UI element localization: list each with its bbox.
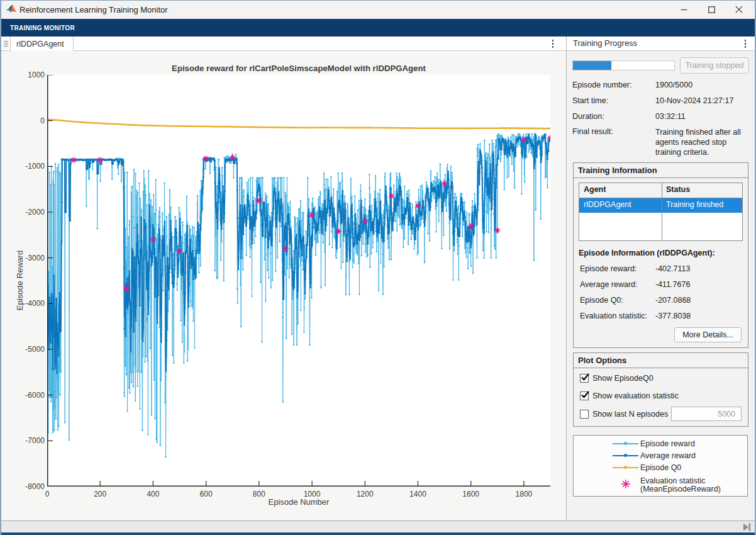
y-tick-label: -2000	[7, 208, 45, 217]
stat-label: Episode Q0:	[580, 296, 623, 305]
y-tick-label: -5000	[7, 345, 45, 354]
training-information-section: Training Information Agent Status rlDDPG…	[573, 162, 748, 348]
y-tick-label: -7000	[7, 436, 45, 445]
cell-agent: rlDDPGAgent	[584, 200, 631, 209]
section-separator	[574, 368, 748, 368]
stat-value: -402.7113	[655, 264, 690, 273]
y-tick-label: -4000	[7, 299, 45, 308]
figure-actions-menu-button[interactable]	[547, 37, 559, 51]
stat-label: Average reward:	[580, 280, 638, 289]
info-value: 03:32:11	[655, 112, 686, 121]
section-title: Training Information	[578, 166, 657, 175]
section-title: Plot Options	[578, 356, 626, 365]
checkbox-unchecked[interactable]	[580, 410, 589, 419]
x-tick-label: 1000	[293, 490, 331, 498]
stat-label: Episode reward:	[580, 264, 636, 273]
episode-q0-line	[47, 120, 550, 129]
checkbox-label: Show last N episodes	[592, 410, 668, 419]
axes-spines	[48, 75, 550, 486]
x-tick-label: 0	[28, 490, 66, 498]
checkbox-checked[interactable]	[580, 391, 589, 400]
y-tick-label: 0	[7, 116, 45, 125]
asterisk-icon	[621, 479, 631, 489]
x-tick-label: 1400	[399, 490, 436, 498]
check-icon	[580, 371, 591, 382]
reward-chart[interactable]	[47, 75, 550, 487]
matlab-logo-icon	[6, 4, 17, 14]
status-bar	[1, 521, 755, 532]
checkbox-checked[interactable]	[580, 374, 589, 383]
checkbox-label: Show evaluation statistic	[592, 391, 679, 400]
window-titlebar[interactable]: Reinforcement Learning Training Monitor	[0, 0, 756, 19]
table-row[interactable]: rlDDPGAgentTraining finished	[579, 198, 742, 213]
column-header-status: Status	[666, 185, 690, 194]
x-tick-label: 200	[81, 490, 119, 498]
tab-grip-handle[interactable]	[1, 37, 11, 51]
chart-legend: Episode rewardAverage rewardEpisode Q0Ev…	[573, 435, 748, 497]
training-progress-bar	[572, 60, 675, 70]
average-reward-markers	[47, 135, 550, 373]
legend-label: Episode Q0	[640, 464, 681, 472]
stat-label: Evaluation statistic:	[580, 312, 647, 320]
y-axis-label: Episode Reward	[15, 240, 25, 322]
section-separator	[574, 177, 748, 178]
training-stopped-button[interactable]: Training stopped	[680, 57, 749, 74]
x-tick-label: 800	[240, 490, 278, 498]
axes-ticks	[47, 75, 524, 487]
ribbon-tab-training-monitor[interactable]: TRAINING MONITOR	[10, 25, 75, 31]
more-details-label: More Details...	[682, 330, 733, 339]
toolstrip-ribbon: TRAINING MONITOR	[0, 19, 756, 37]
chart-title: Episode reward for rlCartPoleSimscapeMod…	[47, 64, 550, 73]
info-label: Duration:	[572, 112, 604, 121]
last-n-episodes-input[interactable]	[671, 407, 742, 421]
document-tab-strip	[1, 37, 566, 51]
training-progress-header: Training Progress	[567, 37, 755, 51]
panel-title: Training Progress	[573, 38, 637, 48]
info-value: 1900/5000	[655, 81, 692, 89]
panel-actions-menu-button[interactable]	[738, 37, 752, 51]
x-tick-label: 600	[187, 490, 225, 498]
legend-label: Average reward	[640, 452, 696, 460]
x-tick-label: 400	[134, 490, 172, 498]
column-divider	[662, 183, 662, 240]
minimize-button[interactable]	[670, 0, 698, 19]
maximize-button[interactable]	[698, 0, 725, 19]
y-tick-label: 1000	[7, 70, 45, 79]
progress-bar-fill	[573, 61, 611, 70]
legend-label: Evaluation statistic(MeanEpisodeReward)	[640, 477, 721, 493]
close-button[interactable]	[725, 0, 753, 19]
maximize-icon	[708, 6, 715, 13]
stop-button-label: Training stopped	[686, 61, 744, 70]
kebab-icon	[552, 40, 554, 48]
window-title: Reinforcement Learning Training Monitor	[19, 5, 168, 14]
episode-reward-line	[47, 134, 550, 457]
y-tick-label: -1000	[7, 162, 45, 171]
x-tick-label: 1800	[505, 490, 543, 498]
info-label: Start time:	[572, 96, 608, 105]
more-details-button[interactable]: More Details...	[674, 327, 742, 342]
window-bottom-edge	[0, 532, 756, 535]
tab-label: rlDDPGAgent	[16, 40, 64, 48]
skip-to-end-icon[interactable]	[743, 523, 752, 531]
y-tick-label: -3000	[7, 254, 45, 262]
x-axis-label: Episode Number	[47, 497, 550, 507]
kebab-icon	[745, 40, 747, 48]
grip-icon	[3, 40, 9, 47]
agent-status-table[interactable]: Agent Status rlDDPGAgentTraining finishe…	[579, 183, 743, 241]
plot-options-section: Plot Options Show EpisodeQ0Show evaluati…	[573, 352, 748, 427]
cell-status: Training finished	[666, 200, 723, 209]
minimize-icon	[681, 6, 687, 13]
info-label: Episode number:	[572, 81, 632, 89]
stat-value: -377.8038	[655, 312, 691, 320]
table-header-row: Agent Status	[579, 183, 742, 198]
x-tick-label: 1200	[346, 490, 384, 498]
check-icon	[580, 389, 591, 400]
x-tick-label: 1600	[452, 490, 490, 498]
stat-value: -207.0868	[655, 296, 691, 305]
y-tick-label: -6000	[7, 391, 45, 400]
info-label: Final result:	[572, 127, 613, 136]
tab-rlddpgagent[interactable]: rlDDPGAgent	[11, 37, 74, 51]
legend-label: Episode reward	[640, 440, 695, 448]
checkbox-label: Show EpisodeQ0	[592, 374, 653, 383]
episode-information-title: Episode Information (rlDDPGAgent):	[579, 249, 715, 257]
